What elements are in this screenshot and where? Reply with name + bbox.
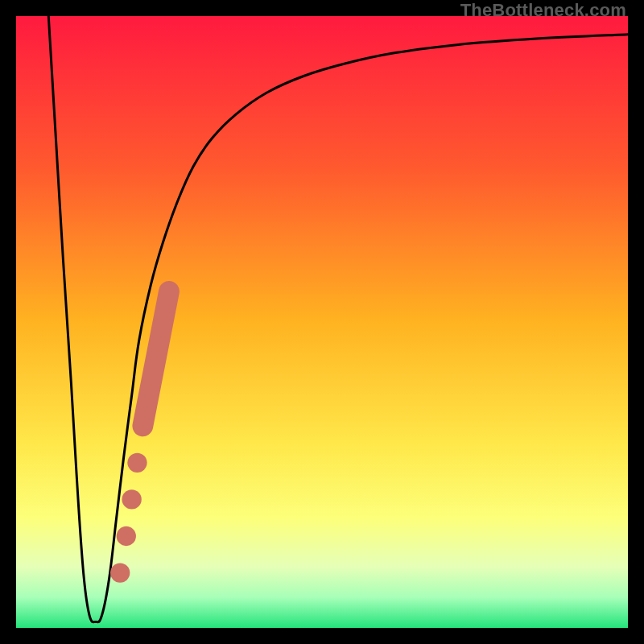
gradient-background — [16, 16, 628, 628]
marker-dot — [110, 563, 130, 582]
marker-dot — [122, 489, 141, 509]
marker-dot — [127, 453, 147, 473]
plot-area — [16, 16, 628, 628]
marker-dot — [117, 526, 136, 546]
chart-svg — [16, 16, 628, 628]
outer-frame: TheBottleneck.com — [0, 0, 644, 644]
watermark-text: TheBottleneck.com — [460, 0, 626, 21]
